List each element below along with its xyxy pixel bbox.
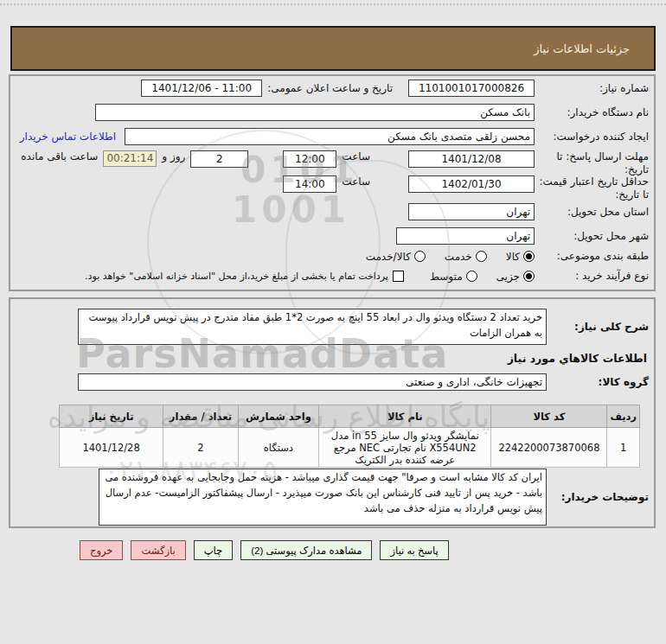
print-button[interactable]: چاپ — [194, 540, 233, 560]
col-count-unit: واحد شمارش — [238, 405, 318, 428]
row-buyer-org: نام دستگاه خریدار: بانک مسکن — [14, 104, 649, 121]
row-goods-group: گروه کالا: تجهیزات خانگی، اداری و صنعتی — [14, 373, 649, 391]
radio-medium-label: متوسط — [430, 271, 463, 283]
col-goods-name: نام کالا — [319, 405, 491, 428]
price-validity-label: حداقل تاریخ اعتبار قیمت: تا تاریخ: — [535, 175, 649, 201]
radio-partial[interactable] — [523, 271, 535, 282]
row-process-type: نوع فرآیند خرید : جزیی متوسط پرداخت تمام… — [14, 270, 649, 283]
treasury-payment-checkbox[interactable] — [393, 271, 404, 282]
cell-count-unit: دستگاه — [238, 428, 318, 468]
countdown-timer: 00:21:14 — [103, 150, 157, 167]
buyer-notes-label: توضیحات خریدار: — [547, 491, 649, 504]
goods-table-header-row: ردیف کد کالا نام کالا واحد شمارش تعداد /… — [60, 405, 640, 428]
need-description-label: شرح کلی نیاز: — [547, 321, 649, 334]
cell-quantity: 2 — [163, 428, 239, 468]
row-need-number: شماره نیاز: 1101001017000826 تاریخ و ساع… — [14, 80, 649, 97]
province-label: استان محل تحویل: — [535, 206, 649, 219]
radio-medium[interactable] — [466, 271, 477, 282]
row-buyer-notes: توضیحات خریدار: ایران کد کالا مشابه است … — [14, 469, 649, 526]
page-title: جزئیات اطلاعات نیاز — [534, 42, 630, 55]
goods-group-field[interactable]: تجهیزات خانگی، اداری و صنعتی — [78, 373, 547, 391]
action-buttons: خروج بازگشت چاپ مشاهده مدارک پیوستی (2) … — [80, 540, 449, 560]
cell-row-number: 1 — [607, 428, 640, 468]
col-need-date: تاریخ نیاز — [60, 405, 163, 428]
row-request-creator: ایجاد کننده درخواست: محسن زلقی متصدی بان… — [14, 128, 649, 145]
reply-deadline-label: مهلت ارسال پاسخ: تا تاریخ: — [535, 150, 649, 176]
need-description-textbox[interactable]: خرید تعداد 2 دستگاه ویدئو وال در ابعاد 5… — [78, 309, 547, 345]
radio-partial-label: جزیی — [496, 271, 520, 283]
procurement-need-details-page: { "title_bar": { "label": "جزئیات اطلاعا… — [0, 0, 666, 644]
radio-service-label: خدمت — [445, 251, 472, 263]
province-field[interactable]: تهران — [408, 203, 535, 220]
city-label: شهر محل تحویل: — [535, 230, 649, 243]
col-goods-code: کد کالا — [491, 405, 607, 428]
col-row-number: ردیف — [607, 405, 640, 428]
radio-goods-service-label: کالا/خدمت — [366, 251, 411, 263]
cell-need-date: 1401/12/28 — [60, 428, 163, 468]
subject-class-label: طبقه بندی موضوعی: — [535, 250, 649, 263]
cell-goods-name: نمایشگر ویدئو وال سایز 55 in مدل X554UN2… — [319, 428, 491, 468]
buyer-org-field[interactable]: بانک مسکن — [95, 104, 535, 121]
buyer-org-label: نام دستگاه خریدار: — [535, 106, 649, 119]
top-dotted-divider — [0, 3, 666, 5]
need-number-field[interactable]: 1101001017000826 — [408, 80, 535, 97]
goods-table: ردیف کد کالا نام کالا واحد شمارش تعداد /… — [59, 405, 640, 468]
cell-goods-code: 2242200073870068 — [491, 428, 607, 468]
goods-group-label: گروه کالا: — [547, 376, 649, 389]
row-province: استان محل تحویل: تهران — [14, 203, 649, 220]
days-remaining-field[interactable]: 2 — [190, 150, 248, 168]
announce-datetime-label: تاریخ و ساعت اعلان عمومی: — [267, 82, 393, 94]
radio-goods-label: کالا — [506, 251, 520, 263]
request-creator-label: ایجاد کننده درخواست: — [535, 131, 649, 143]
row-need-description: شرح کلی نیاز: خرید تعداد 2 دستگاه ویدئو … — [14, 309, 649, 345]
days-and-label: روز و — [162, 150, 185, 163]
goods-info-title: اطلاعات کالاهاي مورد نیاز — [508, 352, 647, 365]
row-city: شهر محل تحویل: تهران — [14, 227, 649, 245]
validity-hour-label: ساعت — [342, 175, 370, 188]
page-title-bar: جزئیات اطلاعات نیاز — [10, 26, 656, 71]
radio-service[interactable] — [476, 251, 487, 262]
row-price-validity: حداقل تاریخ اعتبار قیمت: تا تاریخ: 1402/… — [14, 175, 649, 201]
reply-deadline-date-field[interactable]: 1401/12/08 — [408, 150, 535, 168]
exit-button[interactable]: خروج — [80, 540, 123, 560]
col-quantity: تعداد / مقدار — [163, 405, 239, 428]
process-type-label: نوع فرآیند خرید : — [535, 270, 649, 283]
respond-to-need-button[interactable]: پاسخ به نیاز — [380, 540, 448, 560]
view-attachments-button[interactable]: مشاهده مدارک پیوستی (2) — [240, 540, 372, 560]
buyer-contact-link[interactable]: اطلاعات تماس خریدار — [20, 131, 116, 143]
buyer-notes-textbox[interactable]: ایران کد کالا مشابه است و صرفا" جهت قیمت… — [99, 469, 547, 526]
need-info-panel: شماره نیاز: 1101001017000826 تاریخ و ساع… — [9, 74, 656, 291]
need-number-label: شماره نیاز: — [535, 82, 649, 95]
hours-remaining-label: ساعت باقی مانده — [21, 150, 98, 163]
row-reply-deadline: مهلت ارسال پاسخ: تا تاریخ: 1401/12/08 سا… — [14, 150, 649, 176]
announce-datetime-field[interactable]: 1401/12/06 - 11:00 — [141, 80, 262, 97]
reply-hour-label: ساعت — [342, 150, 370, 163]
request-creator-field[interactable]: محسن زلقی متصدی بانک مسکن — [125, 128, 535, 145]
radio-goods-service[interactable] — [414, 251, 426, 262]
treasury-payment-label: پرداخت تمام یا بخشی از مبلغ خرید،از محل … — [85, 271, 388, 282]
goods-table-row: 1 2242200073870068 نمایشگر ویدئو وال سای… — [60, 428, 640, 468]
radio-goods[interactable] — [523, 251, 535, 262]
reply-time-field[interactable]: 12:00 — [283, 150, 336, 168]
row-subject-class: طبقه بندی موضوعی: کالا خدمت کالا/خدمت — [14, 250, 649, 263]
city-field[interactable]: تهران — [396, 227, 535, 245]
goods-info-panel: شرح کلی نیاز: خرید تعداد 2 دستگاه ویدئو … — [9, 297, 656, 528]
price-validity-date-field[interactable]: 1402/01/30 — [408, 175, 535, 193]
back-button[interactable]: بازگشت — [131, 540, 185, 560]
validity-time-field[interactable]: 14:00 — [283, 175, 336, 193]
